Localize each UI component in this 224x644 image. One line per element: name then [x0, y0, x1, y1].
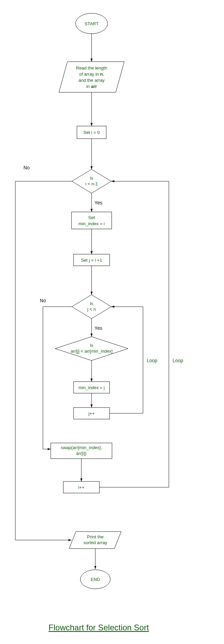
swap-l1: swap(arr[min_index],: [61, 445, 102, 450]
dec-j-l2: j < n: [87, 307, 96, 312]
dec-cmp-l1: Is: [90, 343, 94, 348]
yes-label-outer: Yes: [95, 200, 102, 205]
dec-j-l1: Is: [90, 301, 94, 306]
set-j-label: Set j = i +1: [81, 258, 102, 263]
min-j-label: min_index = j: [79, 385, 105, 390]
ipp-label: i++: [78, 485, 84, 490]
inner-no-edge: [43, 307, 72, 449]
print-l1: Print the: [87, 534, 103, 539]
loop-label-outer: Loop: [173, 358, 183, 363]
start-label: START: [84, 21, 98, 26]
set-min-node: [71, 212, 112, 229]
loop-label-inner: Loop: [147, 358, 157, 363]
dec-cmp-l2: arr[j] < arr[min_index]: [70, 349, 112, 354]
dec-i-l2: i < n-1: [85, 181, 98, 186]
end-label: END: [91, 577, 100, 582]
set-min-l2: min_index = i: [79, 221, 105, 226]
swap-l2: arr[i]): [76, 451, 86, 456]
print-l2: sorted array: [83, 540, 107, 545]
yes-label-inner: Yes: [95, 325, 102, 331]
no-label-inner: No: [40, 298, 46, 303]
flowchart-title: Flowchart for Selection Sort: [49, 623, 149, 632]
read-l3: and the array: [79, 78, 105, 83]
set-min-l1: Set: [88, 215, 95, 220]
read-l1: Read the length: [76, 65, 107, 71]
jpp-label: j++: [88, 411, 95, 416]
dec-i-l1: Is: [90, 175, 94, 181]
read-l2: of array in n,: [79, 72, 104, 77]
no-label-outer: No: [23, 165, 30, 170]
flowchart-canvas: START Read the length of array in n, and…: [7, 7, 224, 644]
set-i-label: Set i = 0: [83, 130, 100, 135]
inner-loop-edge: [110, 307, 143, 413]
read-l4: in arr: [86, 84, 97, 89]
